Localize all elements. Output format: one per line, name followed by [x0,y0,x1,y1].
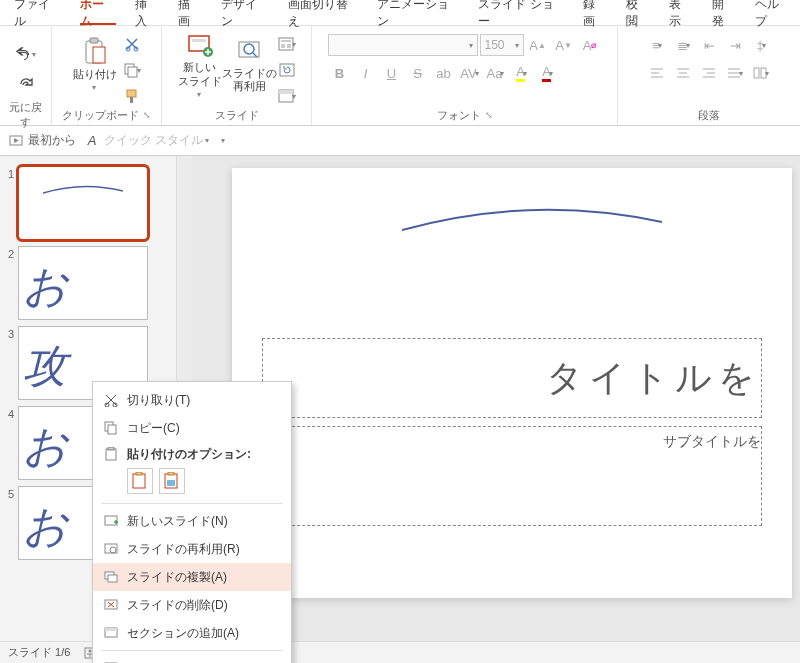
paste-icon [81,38,109,66]
redo-button[interactable] [16,73,36,93]
undo-button[interactable]: ▾ [16,45,36,65]
font-family-combo[interactable]: ▾ [328,34,478,56]
ctx-copy[interactable]: コピー(C) [93,414,291,442]
ctx-separator [101,650,283,651]
shadow-button[interactable]: ab [432,62,456,84]
quick-style-icon: A [84,133,100,149]
bold-button[interactable]: B [328,62,352,84]
align-right-button[interactable] [697,62,721,84]
ctx-cut[interactable]: 切り取り(T) [93,386,291,414]
bullets-button[interactable]: ≡▾ [645,34,669,56]
paste-option-picture[interactable] [159,468,185,494]
paste-option-dest-theme[interactable] [127,468,153,494]
format-painter-button[interactable] [122,86,142,106]
tab-animations[interactable]: アニメーション [367,0,468,25]
line-spacing-button[interactable]: ‡▾ [749,34,773,56]
dialog-launcher-icon[interactable]: ⤡ [485,110,493,120]
tab-design[interactable]: デザイン [211,0,277,25]
underline-button[interactable]: U [380,62,404,84]
slide-thumb-2[interactable]: 2 お [0,246,176,320]
slide-number: 4 [4,406,14,420]
svg-rect-15 [281,40,291,42]
tab-record[interactable]: 録画 [573,0,616,25]
toolbar-overflow-button[interactable]: ▾ [221,136,225,145]
italic-button[interactable]: I [354,62,378,84]
ctx-label: レイアウト(L) [127,660,202,664]
reset-slide-button[interactable] [277,60,297,80]
font-highlight-button[interactable]: A▾ [510,62,534,84]
font-color-button[interactable]: A▾ [536,62,560,84]
tab-developer[interactable]: 開発 [702,0,745,25]
paste-label: 貼り付け [73,68,117,81]
tab-slideshow[interactable]: スライド ショー [468,0,572,25]
ctx-label: 新しいスライド(N) [127,513,228,530]
reuse-slides-button[interactable]: スライドの 再利用 [227,30,273,100]
new-slide-button[interactable]: 新しい スライド ▾ [177,30,223,100]
subtitle-placeholder[interactable]: サブタイトルを [262,426,762,526]
svg-rect-7 [127,90,136,97]
tab-insert[interactable]: 挿入 [125,0,168,25]
subtitle-placeholder-text: サブタイトルを [663,433,761,451]
paste-button[interactable]: 貼り付け ▾ [72,30,118,100]
tab-view[interactable]: 表示 [659,0,702,25]
tab-file[interactable]: ファイル [4,0,70,25]
group-undo: ▾ 元に戻す [0,26,52,125]
increase-indent-button[interactable]: ⇥ [723,34,747,56]
decrease-font-button[interactable]: A▼ [552,34,576,56]
thumbnail[interactable]: お [18,246,148,320]
tab-review[interactable]: 校閲 [616,0,659,25]
ctx-label: スライドの再利用(R) [127,541,240,558]
from-beginning-button[interactable]: 最初から [8,132,76,149]
numbering-button[interactable]: ≣▾ [671,34,695,56]
ctx-duplicate-slide[interactable]: スライドの複製(A) [93,563,291,591]
group-paragraph: ≡▾ ≣▾ ⇤ ⇥ ‡▾ ▾ ▾ 段落 [618,26,800,125]
play-icon [8,133,24,149]
slide-stage[interactable]: タイトルを サブタイトルを [232,168,792,598]
thumbnail[interactable] [18,166,148,240]
ctx-new-slide[interactable]: 新しいスライド(N) [93,507,291,535]
svg-rect-10 [192,39,206,42]
font-size-combo[interactable]: 150▾ [480,34,524,56]
columns-button[interactable]: ▾ [749,62,773,84]
svg-rect-27 [108,425,116,434]
tab-draw[interactable]: 描画 [168,0,211,25]
group-undo-label: 元に戻す [6,107,45,123]
clear-format-button[interactable]: A⌀ [578,34,602,56]
decrease-indent-button[interactable]: ⇤ [697,34,721,56]
layout-button[interactable]: ▾ [277,34,297,54]
cut-icon [103,392,119,408]
new-slide-icon [103,513,119,529]
tab-home[interactable]: ホーム [70,0,125,25]
quick-style-button[interactable]: A クイック スタイル ▾ [84,132,209,149]
reuse-slides-icon [236,37,264,65]
ctx-add-section[interactable]: セクションの追加(A) [93,619,291,647]
ctx-reuse-slide[interactable]: スライドの再利用(R) [93,535,291,563]
align-left-button[interactable] [645,62,669,84]
strike-button[interactable]: S [406,62,430,84]
svg-rect-17 [287,44,291,48]
justify-button[interactable]: ▾ [723,62,747,84]
tab-transitions[interactable]: 画面切り替え [278,0,367,25]
duplicate-icon [103,569,119,585]
svg-rect-2 [93,47,105,63]
dialog-launcher-icon[interactable]: ⤡ [143,110,151,120]
copy-button[interactable]: ▾ [122,60,142,80]
ctx-delete-slide[interactable]: スライドの削除(D) [93,591,291,619]
ctx-label: スライドの複製(A) [127,569,227,586]
change-case-button[interactable]: Aa▾ [484,62,508,84]
cut-button[interactable] [122,34,142,54]
increase-font-button[interactable]: A▲ [526,34,550,56]
group-slides: 新しい スライド ▾ スライドの 再利用 ▾ ▾ スライド [162,26,312,125]
status-slide-indicator[interactable]: スライド 1/6 [8,645,70,660]
svg-rect-31 [136,472,142,475]
slide-number: 1 [4,166,14,180]
char-spacing-button[interactable]: AV▾ [458,62,482,84]
align-center-button[interactable] [671,62,695,84]
slide-thumb-1[interactable]: 1 [0,166,176,240]
tab-help[interactable]: ヘルプ [745,0,800,25]
font-size-value: 150 [485,38,505,52]
section-button[interactable]: ▾ [277,86,297,106]
title-placeholder[interactable]: タイトルを [262,338,762,418]
ctx-layout[interactable]: レイアウト(L) ▶ [93,654,291,663]
group-font-label: フォント⤡ [437,107,493,123]
